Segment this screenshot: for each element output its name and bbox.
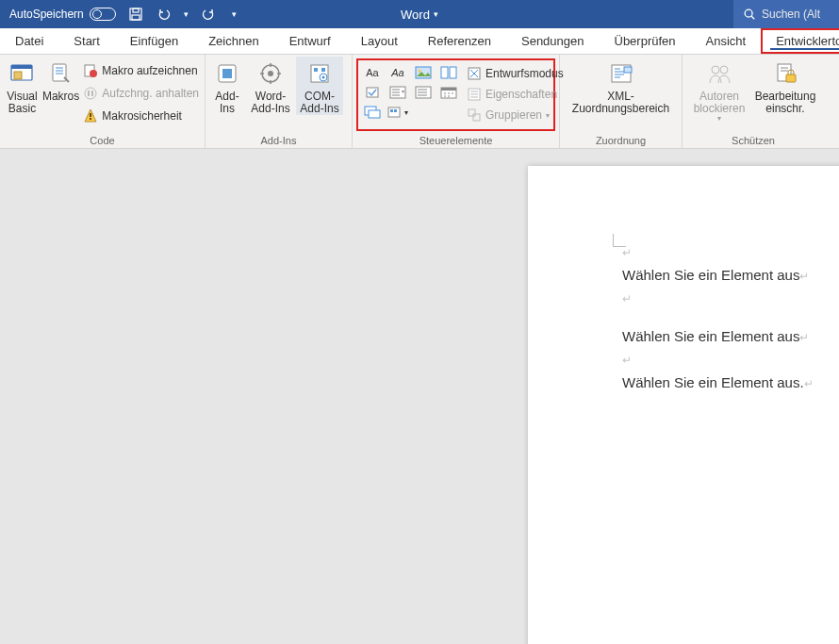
svg-rect-22 [321, 68, 325, 72]
makrosicherheit-button[interactable]: Makrosicherheit [81, 106, 201, 126]
xml-mapping-label: XML-Zuordnungsbereich [569, 91, 673, 115]
tab-ueberpruefen[interactable]: Überprüfen [600, 28, 691, 54]
tab-entwicklertools[interactable]: Entwicklertools [761, 28, 839, 54]
tab-zeichnen[interactable]: Zeichnen [193, 28, 273, 54]
autoren-blockieren-button: Autoren blockieren▾ [688, 57, 750, 124]
entwurfsmodus-button[interactable]: Entwurfsmodus [467, 64, 564, 83]
paragraph-mark-icon: ↵ [804, 377, 814, 390]
search-box[interactable]: Suchen (Alt [733, 0, 839, 28]
search-placeholder: Suchen (Alt [762, 8, 820, 21]
combobox-control-button[interactable] [387, 84, 408, 101]
page[interactable]: ↵ Wählen Sie ein Element aus↵ ↵ Wählen S… [528, 166, 839, 644]
restrict-editing-icon [772, 60, 798, 87]
date-picker-control-button[interactable] [438, 84, 459, 101]
autosave-label: AutoSpeichern [9, 8, 84, 21]
ribbon-tabstrip: Datei Start Einfügen Zeichnen Entwurf La… [0, 28, 839, 55]
com-addins-label: COM-Add-Ins [296, 91, 343, 115]
svg-rect-17 [222, 69, 232, 78]
visual-basic-label: Visual Basic [4, 91, 41, 115]
content-control-3[interactable]: Wählen Sie ein Element aus. [622, 374, 804, 390]
tab-ansicht[interactable]: Ansicht [691, 28, 762, 54]
paragraph-mark-icon: ↵ [622, 354, 632, 367]
undo-icon [156, 7, 172, 22]
tab-sendungen[interactable]: Sendungen [506, 28, 600, 54]
group-addins: Add-Ins Word-Add-Ins COM-Add-Ins Add-Ins [206, 55, 353, 148]
legacy-tools-button[interactable]: ▾ [387, 104, 408, 121]
tab-referenzen[interactable]: Referenzen [413, 28, 506, 54]
svg-line-4 [751, 16, 754, 19]
picture-control-button[interactable] [413, 64, 434, 81]
group-controls-label: Steuerelemente [356, 133, 555, 148]
group-schuetzen: Autoren blockieren▾ Bearbeitung einschr.… [683, 55, 824, 148]
content-control-2[interactable]: Wählen Sie ein Element aus [622, 328, 799, 344]
toggle-off-icon [90, 8, 116, 21]
margin-corner-icon [613, 234, 626, 247]
tab-layout[interactable]: Layout [346, 28, 413, 54]
svg-rect-42 [473, 114, 480, 121]
save-button[interactable] [127, 6, 144, 23]
add-ins-button[interactable]: Add-Ins [209, 57, 245, 115]
qat-more-icon[interactable]: ▾ [232, 9, 237, 19]
tab-start[interactable]: Start [58, 28, 114, 54]
svg-point-46 [720, 66, 728, 74]
word-addins-button[interactable]: Word-Add-Ins [247, 57, 294, 115]
plain-text-icon: Aa [391, 67, 403, 78]
word-addins-icon [257, 60, 284, 87]
content-control-1[interactable]: Wählen Sie ein Element aus [622, 267, 799, 283]
com-addins-button[interactable]: COM-Add-Ins [296, 57, 343, 115]
rich-text-control-button[interactable]: Aa [362, 64, 383, 81]
redo-icon [201, 7, 216, 22]
save-icon [128, 7, 143, 22]
makros-button[interactable]: Makros [42, 57, 79, 103]
xml-mapping-icon [608, 60, 634, 87]
visual-basic-button[interactable]: Visual Basic [4, 57, 41, 115]
svg-point-45 [712, 66, 719, 74]
group-code-label: Code [4, 133, 201, 148]
macro-security-icon [83, 108, 98, 124]
tab-einfuegen[interactable]: Einfügen [115, 28, 193, 54]
autoren-blockieren-label: Autoren blockieren [688, 91, 750, 115]
com-addins-icon [306, 60, 333, 87]
redo-button[interactable] [200, 6, 217, 23]
chevron-down-icon: ▾ [717, 115, 721, 124]
app-title[interactable]: Word ▾ [401, 8, 438, 22]
ribbon: Visual Basic Makros Makro aufzeichnen Au… [0, 55, 839, 149]
controls-gallery: Aa Aa ▾ [358, 60, 463, 124]
checkbox-control-button[interactable] [362, 84, 383, 101]
building-block-control-button[interactable] [438, 64, 459, 81]
xml-mapping-button[interactable]: XML-Zuordnungsbereich [569, 57, 673, 115]
checkbox-icon [365, 86, 380, 99]
undo-button[interactable] [156, 6, 173, 23]
svg-rect-48 [786, 74, 796, 82]
repeating-section-control-button[interactable] [362, 104, 383, 121]
svg-rect-2 [132, 15, 140, 20]
svg-rect-14 [90, 113, 91, 117]
svg-point-3 [745, 9, 752, 17]
svg-rect-38 [394, 109, 397, 112]
title-bar: AutoSpeichern ▾ ▾ Word ▾ Suchen (Alt [0, 0, 839, 28]
add-ins-label: Add-Ins [209, 91, 245, 115]
svg-rect-29 [367, 88, 378, 97]
legacy-tools-icon [387, 106, 403, 119]
paragraph-mark-icon: ↵ [799, 270, 809, 283]
autosave-toggle[interactable]: AutoSpeichern [9, 8, 116, 21]
chevron-down-icon: ▾ [404, 108, 408, 117]
svg-rect-28 [450, 67, 456, 78]
plain-text-control-button[interactable]: Aa [387, 64, 408, 81]
makros-label: Makros [42, 91, 79, 103]
add-ins-icon [214, 60, 240, 87]
picture-icon [415, 66, 432, 79]
undo-dropdown-icon[interactable]: ▾ [184, 9, 189, 19]
svg-rect-15 [90, 118, 91, 120]
svg-rect-1 [133, 8, 139, 12]
dropdown-control-button[interactable] [413, 84, 434, 101]
bearbeitung-einschr-button[interactable]: Bearbeitung einschr. [752, 57, 818, 115]
tab-datei[interactable]: Datei [0, 28, 58, 54]
makro-aufzeichnen-button[interactable]: Makro aufzeichnen [81, 60, 201, 81]
tab-entwurf[interactable]: Entwurf [274, 28, 346, 54]
document-area[interactable]: ↵ Wählen Sie ein Element aus↵ ↵ Wählen S… [0, 149, 839, 644]
group-addins-label: Add-Ins [209, 133, 348, 148]
eigenschaften-button: Eigenschaften [467, 85, 564, 104]
svg-rect-27 [441, 67, 448, 78]
combobox-icon [389, 86, 406, 99]
